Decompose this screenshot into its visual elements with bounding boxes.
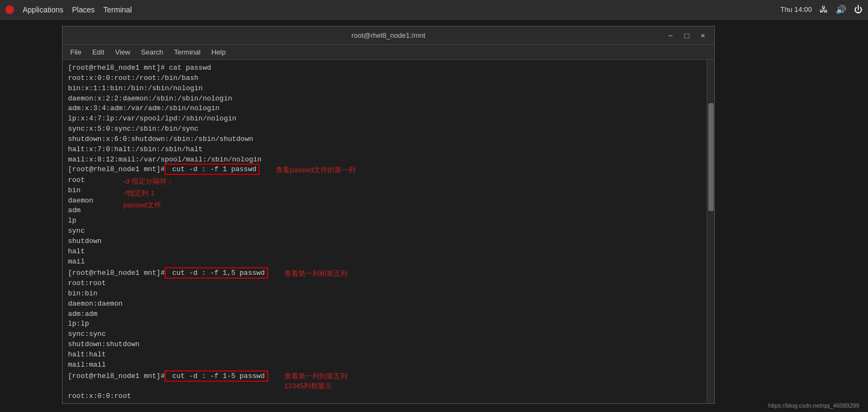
clock: Thu 14:00 — [780, 5, 812, 13]
cmd2-line: [root@rhel8_node1 mnt]# cut -d : -f 1,5 … — [68, 268, 701, 279]
menu-file[interactable]: File — [66, 47, 86, 57]
scrollbar[interactable] — [707, 60, 714, 403]
cmd1-annotation: 查看passwd文件的第一列 — [276, 165, 356, 175]
places-menu[interactable]: Places — [72, 5, 95, 14]
terminal-body: [root@rhel8_node1 mnt]# cat passwd root:… — [63, 60, 714, 403]
cmd1-notes: -d 指定分隔符： -f指定列 1 passwd文件 — [123, 175, 173, 211]
menu-edit[interactable]: Edit — [88, 47, 108, 57]
scrollbar-thumb[interactable] — [708, 103, 714, 211]
menu-bar: File Edit View Search Terminal Help — [63, 45, 714, 60]
cmd3-annotation2: 12345列都显示 — [284, 381, 347, 391]
menu-help[interactable]: Help — [207, 47, 230, 57]
cmd1-results-block: root bin daemon adm lp sync shutdown hal… — [68, 175, 701, 267]
line-lp-passwd: lp:x:4:7:lp:/var/spool/lpd:/sbin/nologin — [68, 114, 236, 123]
terminal-controls: − □ × — [664, 30, 710, 42]
cmd1-highlight: cut -d : -f 1 passwd — [165, 164, 259, 175]
app-icon — [5, 5, 14, 14]
cmd1-prompt-text: [root@rhel8_node1 mnt]# cut -d : -f 1 pa… — [68, 165, 259, 175]
cmd1-results: root bin daemon adm lp sync shutdown hal… — [68, 175, 101, 267]
terminal-content[interactable]: [root@rhel8_node1 mnt]# cat passwd root:… — [63, 60, 707, 403]
line-shutdown-passwd: shutdown:x:6:0:shutdown:/sbin:/sbin/shut… — [68, 135, 253, 143]
network-icon[interactable]: 🖧 — [819, 5, 828, 15]
cmd3-annotations: 查看第一列到第五列 12345列都显示 — [284, 372, 347, 392]
cmd1-note2: -f指定列 1 — [123, 187, 173, 199]
line-root-passwd: root:x:0:0:root:/root:/bin/bash — [68, 74, 199, 82]
taskbar: Applications Places Terminal Thu 14:00 🖧… — [0, 0, 868, 19]
line-bin-passwd: bin:x:1:1:bin:/bin:/sbin/nologin — [68, 84, 203, 92]
terminal-title: root@rhel8_node1:/mnt — [352, 31, 426, 39]
minimize-button[interactable]: − — [664, 30, 678, 42]
volume-icon[interactable]: 🔊 — [836, 4, 846, 15]
line-cat-cmd: [root@rhel8_node1 mnt]# cat passwd — [68, 64, 211, 72]
cmd1-line: [root@rhel8_node1 mnt]# cut -d : -f 1 pa… — [68, 165, 701, 175]
terminal-menu[interactable]: Terminal — [104, 5, 132, 14]
power-icon[interactable]: ⏻ — [854, 5, 863, 15]
menu-terminal[interactable]: Terminal — [170, 47, 205, 57]
line-halt-passwd: halt:x:7:0:halt:/sbin:/sbin/halt — [68, 145, 203, 153]
cmd2-results: root:root bin:bin daemon:daemon adm:adm … — [68, 279, 701, 370]
bottom-url: https://blog.csdn.net/qq_46089299 — [768, 402, 859, 409]
cmd3-annotation1: 查看第一列到第五列 — [284, 372, 347, 382]
applications-menu[interactable]: Applications — [23, 5, 64, 14]
menu-search[interactable]: Search — [136, 47, 167, 57]
terminal-output: [root@rhel8_node1 mnt]# cat passwd root:… — [68, 63, 701, 165]
cmd2-highlight: cut -d : -f 1,5 passwd — [165, 267, 268, 279]
cmd2-prompt-text: [root@rhel8_node1 mnt]# cut -d : -f 1,5 … — [68, 268, 268, 279]
menu-view[interactable]: View — [111, 47, 134, 57]
maximize-button[interactable]: □ — [680, 30, 694, 42]
line-adm-passwd: adm:x:3:4:adm:/var/adm:/sbin/nologin — [68, 104, 220, 112]
cmd3-line: [root@rhel8_node1 mnt]# cut -d : -f 1-5 … — [68, 372, 701, 392]
line-mail-passwd: mail:x:8:12:mail:/var/spool/mail:/sbin/n… — [68, 156, 262, 164]
cmd3-highlight: cut -d : -f 1-5 passwd — [165, 370, 268, 382]
line-daemon-passwd: daemon:x:2:2:daemon:/sbin:/sbin/nologin — [68, 94, 232, 103]
taskbar-right: Thu 14:00 🖧 🔊 ⏻ — [780, 4, 863, 15]
taskbar-left: Applications Places Terminal — [5, 5, 132, 14]
cmd1-note1: -d 指定分隔符： — [123, 175, 173, 187]
cmd1-note3: passwd文件 — [123, 199, 173, 211]
cmd3-prompt-text: [root@rhel8_node1 mnt]# cut -d : -f 1-5 … — [68, 372, 268, 382]
terminal-titlebar: root@rhel8_node1:/mnt − □ × — [63, 26, 714, 45]
line-sync-passwd: sync:x:5:0:sync:/sbin:/bin/sync — [68, 125, 199, 133]
close-button[interactable]: × — [696, 30, 710, 42]
terminal-window: root@rhel8_node1:/mnt − □ × File Edit Vi… — [62, 26, 715, 404]
cmd3-results: root:x:0:0:root bin:x:1:1:bin daemon:x:2… — [68, 391, 701, 403]
cmd2-annotation: 查看第一列和第五列 — [284, 268, 347, 279]
